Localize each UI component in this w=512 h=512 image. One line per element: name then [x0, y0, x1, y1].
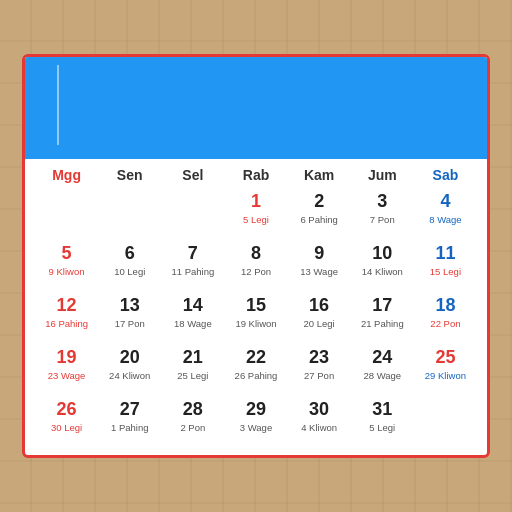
- day-number: 30: [309, 399, 329, 421]
- day-cell: 1620 Legi: [288, 293, 351, 343]
- day-cell: 1216 Pahing: [35, 293, 98, 343]
- day-sub-label: 8 Wage: [429, 214, 461, 225]
- day-cell: 315 Legi: [351, 397, 414, 447]
- day-number: 19: [57, 347, 77, 369]
- day-cell: 2024 Kliwon: [98, 345, 161, 395]
- day-cell: 913 Wage: [288, 241, 351, 291]
- day-headers-row: MggSenSelRabKamJumSab: [35, 163, 477, 187]
- day-header-kam: Kam: [288, 163, 351, 187]
- day-sub-label: 19 Kliwon: [235, 318, 276, 329]
- day-number: 16: [309, 295, 329, 317]
- day-sub-label: 22 Pon: [430, 318, 460, 329]
- day-number: 27: [120, 399, 140, 421]
- calendar-header: [25, 57, 487, 149]
- day-header-sel: Sel: [161, 163, 224, 187]
- day-cell: 271 Pahing: [98, 397, 161, 447]
- day-header-sen: Sen: [98, 163, 161, 187]
- day-sub-label: 4 Kliwon: [301, 422, 337, 433]
- day-cell: 2125 Legi: [161, 345, 224, 395]
- calendar: MggSenSelRabKamJumSab 15 Legi26 Pahing37…: [22, 54, 490, 458]
- day-number: 21: [183, 347, 203, 369]
- day-cell: [35, 189, 98, 239]
- day-header-mgg: Mgg: [35, 163, 98, 187]
- day-sub-label: 23 Wage: [48, 370, 86, 381]
- day-cell: 48 Wage: [414, 189, 477, 239]
- day-cell: 2529 Kliwon: [414, 345, 477, 395]
- day-number: 25: [435, 347, 455, 369]
- day-sub-label: 12 Pon: [241, 266, 271, 277]
- day-number: 23: [309, 347, 329, 369]
- day-number: 18: [435, 295, 455, 317]
- day-number: 14: [183, 295, 203, 317]
- day-cell: 1317 Pon: [98, 293, 161, 343]
- day-number: 17: [372, 295, 392, 317]
- day-sub-label: 2 Pon: [180, 422, 205, 433]
- calendar-grid: 15 Legi26 Pahing37 Pon48 Wage59 Kliwon61…: [35, 189, 477, 447]
- day-sub-label: 6 Pahing: [300, 214, 338, 225]
- day-cell: 2630 Legi: [35, 397, 98, 447]
- day-cell: 1923 Wage: [35, 345, 98, 395]
- day-cell: 37 Pon: [351, 189, 414, 239]
- day-number: 4: [440, 191, 450, 213]
- day-cell: 2428 Wage: [351, 345, 414, 395]
- day-sub-label: 26 Pahing: [235, 370, 278, 381]
- day-sub-label: 7 Pon: [370, 214, 395, 225]
- day-sub-label: 10 Legi: [114, 266, 145, 277]
- day-cell: 1822 Pon: [414, 293, 477, 343]
- day-number: 10: [372, 243, 392, 265]
- day-cell: 282 Pon: [161, 397, 224, 447]
- day-number: 20: [120, 347, 140, 369]
- day-number: 31: [372, 399, 392, 421]
- day-cell: 812 Pon: [224, 241, 287, 291]
- day-sub-label: 5 Legi: [243, 214, 269, 225]
- day-cell: [98, 189, 161, 239]
- day-sub-label: 21 Pahing: [361, 318, 404, 329]
- day-header-rab: Rab: [224, 163, 287, 187]
- day-sub-label: 25 Legi: [177, 370, 208, 381]
- day-sub-label: 27 Pon: [304, 370, 334, 381]
- day-sub-label: 20 Legi: [304, 318, 335, 329]
- calendar-body: MggSenSelRabKamJumSab 15 Legi26 Pahing37…: [25, 159, 487, 455]
- day-number: 13: [120, 295, 140, 317]
- day-cell: 1418 Wage: [161, 293, 224, 343]
- day-sub-label: 18 Wage: [174, 318, 212, 329]
- day-cell: 1519 Kliwon: [224, 293, 287, 343]
- day-cell: 293 Wage: [224, 397, 287, 447]
- day-number: 12: [57, 295, 77, 317]
- day-number: 7: [188, 243, 198, 265]
- day-sub-label: 28 Wage: [363, 370, 401, 381]
- day-sub-label: 3 Wage: [240, 422, 272, 433]
- day-sub-label: 1 Pahing: [111, 422, 149, 433]
- day-sub-label: 5 Legi: [369, 422, 395, 433]
- day-sub-label: 17 Pon: [115, 318, 145, 329]
- day-cell: 1721 Pahing: [351, 293, 414, 343]
- day-cell: 304 Kliwon: [288, 397, 351, 447]
- day-sub-label: 30 Legi: [51, 422, 82, 433]
- day-number: 24: [372, 347, 392, 369]
- day-number: 11: [435, 243, 455, 265]
- day-header-sab: Sab: [414, 163, 477, 187]
- day-cell: 59 Kliwon: [35, 241, 98, 291]
- day-sub-label: 11 Pahing: [171, 266, 214, 277]
- day-number: 26: [57, 399, 77, 421]
- day-cell: 1115 Legi: [414, 241, 477, 291]
- day-sub-label: 13 Wage: [300, 266, 338, 277]
- day-cell: 711 Pahing: [161, 241, 224, 291]
- day-cell: 26 Pahing: [288, 189, 351, 239]
- day-cell: 1014 Kliwon: [351, 241, 414, 291]
- day-cell: 2327 Pon: [288, 345, 351, 395]
- day-sub-label: 9 Kliwon: [49, 266, 85, 277]
- day-number: 2: [314, 191, 324, 213]
- day-sub-label: 14 Kliwon: [362, 266, 403, 277]
- day-number: 15: [246, 295, 266, 317]
- day-number: 8: [251, 243, 261, 265]
- day-cell: 2226 Pahing: [224, 345, 287, 395]
- day-sub-label: 16 Pahing: [45, 318, 88, 329]
- header-sublabels: [25, 149, 487, 159]
- day-cell: [161, 189, 224, 239]
- header-divider: [57, 65, 59, 145]
- day-sub-label: 29 Kliwon: [425, 370, 466, 381]
- day-cell: 15 Legi: [224, 189, 287, 239]
- day-number: 5: [62, 243, 72, 265]
- day-number: 29: [246, 399, 266, 421]
